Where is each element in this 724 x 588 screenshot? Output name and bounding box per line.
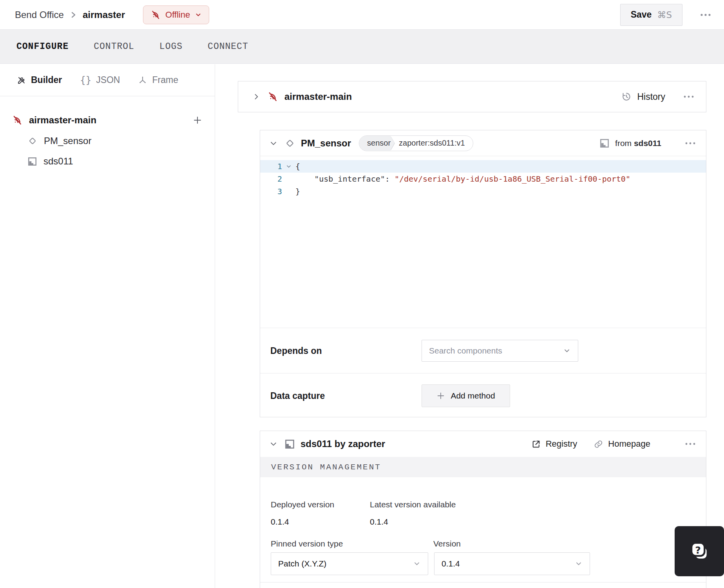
mode-frame[interactable]: Frame	[138, 75, 178, 85]
deployed-version-label: Deployed version	[271, 500, 334, 509]
module-menu-icon[interactable]	[684, 439, 697, 449]
component-type-model-pill: sensor zaporter:sds011:v1	[359, 135, 473, 151]
chevron-down-icon[interactable]	[270, 440, 277, 448]
chevron-down-icon	[413, 560, 421, 568]
code-line-2: 2 "usb_interface": "/dev/serial/by-id/us…	[260, 173, 706, 185]
component-menu-icon[interactable]	[684, 139, 697, 148]
latest-version-value: 0.1.4	[370, 517, 388, 527]
braces-icon: {}	[80, 75, 91, 86]
wifi-off-icon	[12, 115, 23, 126]
version-management-body: Deployed version Latest version availabl…	[260, 477, 706, 588]
chevron-down-icon	[563, 347, 571, 355]
homepage-link[interactable]: Homepage	[594, 439, 650, 449]
machine-status-dropdown[interactable]: Offline	[143, 5, 209, 24]
breadcrumb-chevron-icon	[70, 10, 76, 20]
history-icon	[621, 92, 632, 102]
from-prefix: from	[615, 139, 632, 148]
from-module-link[interactable]: from sds011	[615, 139, 661, 148]
chevron-down-icon	[575, 560, 583, 568]
line-number: 3	[260, 187, 282, 196]
section-divider	[260, 582, 706, 583]
code-json-string-value: "/dev/serial/by-id/usb-1a86_USB_Serial-i…	[395, 174, 630, 184]
save-label: Save	[631, 9, 652, 20]
registry-link[interactable]: Registry	[531, 439, 577, 449]
depends-on-label: Depends on	[270, 345, 322, 356]
frame-axes-icon	[138, 76, 147, 85]
breadcrumb-machine-name: airmaster	[83, 9, 125, 20]
history-label: History	[637, 92, 665, 102]
top-bar: Bend Office airmaster Offline Save ⌘S	[0, 0, 724, 29]
tree-item-pm-sensor[interactable]: PM_sensor	[0, 131, 215, 151]
history-button[interactable]: History	[621, 92, 665, 102]
machine-menu-icon[interactable]	[682, 92, 695, 101]
add-method-label: Add method	[451, 391, 495, 400]
mode-builder[interactable]: Builder	[17, 75, 62, 85]
machine-card-title: airmaster-main	[284, 91, 352, 102]
tab-control[interactable]: CONTROL	[94, 41, 134, 52]
tree-machine-label: airmaster-main	[29, 115, 96, 126]
component-diamond-icon	[284, 138, 295, 149]
config-sidebar: Builder {} JSON Frame	[0, 64, 215, 588]
chevron-down-icon[interactable]	[270, 139, 277, 147]
add-method-button[interactable]: Add method	[422, 384, 510, 407]
status-label: Offline	[165, 10, 190, 20]
component-card: PM_sensor sensor zaporter:sds011:v1 from…	[260, 130, 706, 417]
code-json-key: "usb_interface"	[295, 174, 385, 184]
pinned-version-type-label: Pinned version type	[271, 539, 343, 548]
tree-child-label: PM_sensor	[44, 135, 91, 146]
from-module-name: sds011	[634, 139, 661, 148]
tree-item-sds011[interactable]: sds011	[0, 151, 215, 171]
save-button[interactable]: Save ⌘S	[620, 4, 682, 26]
code-line-1: 1 {	[260, 160, 706, 173]
mode-json[interactable]: {} JSON	[80, 75, 120, 86]
module-card-header: sds011 by zaporter Registry Homepage	[260, 431, 706, 457]
overflow-menu-icon[interactable]	[698, 9, 713, 21]
component-model: zaporter:sds011:v1	[395, 139, 473, 148]
module-icon	[284, 439, 295, 449]
depends-on-placeholder: Search components	[429, 346, 502, 355]
pinned-version-type-select[interactable]: Patch (X.Y.Z)	[271, 552, 428, 575]
mode-builder-label: Builder	[31, 75, 62, 85]
code-text: }	[295, 187, 300, 196]
external-link-icon	[531, 439, 541, 449]
line-number: 1	[260, 162, 282, 171]
module-title: sds011 by zaporter	[300, 438, 385, 449]
mode-frame-label: Frame	[152, 75, 178, 85]
homepage-label: Homepage	[608, 439, 650, 449]
mode-json-label: JSON	[96, 75, 120, 85]
component-card-header: PM_sensor sensor zaporter:sds011:v1 from…	[260, 130, 706, 156]
help-question-icon: ?	[687, 539, 712, 564]
tree-item-machine[interactable]: airmaster-main	[0, 110, 215, 131]
data-capture-label: Data capture	[270, 390, 325, 401]
wifi-off-icon	[267, 91, 278, 102]
tab-configure[interactable]: CONFIGURE	[16, 41, 69, 52]
help-button[interactable]: ?	[675, 526, 724, 576]
tab-logs[interactable]: LOGS	[159, 41, 183, 52]
registry-label: Registry	[546, 439, 577, 449]
resource-tree: airmaster-main PM_sensor sds011	[0, 96, 215, 171]
code-text: {	[295, 162, 300, 171]
deployed-version-value: 0.1.4	[271, 517, 289, 527]
line-number: 2	[260, 174, 282, 184]
data-capture-row: Data capture Add method	[260, 373, 706, 418]
component-type: sensor	[359, 136, 395, 151]
component-title: PM_sensor	[301, 138, 351, 149]
code-line-3: 3 }	[260, 185, 706, 198]
chevron-right-icon[interactable]	[252, 93, 260, 101]
add-resource-icon[interactable]	[190, 113, 205, 127]
fold-chevron-icon[interactable]	[282, 164, 295, 169]
plus-icon	[436, 391, 445, 400]
tree-child-label: sds011	[43, 156, 73, 167]
breadcrumb-location[interactable]: Bend Office	[15, 9, 64, 20]
code-separator: :	[385, 174, 395, 184]
machine-card-header: airmaster-main History	[238, 81, 706, 112]
module-icon	[27, 157, 37, 166]
tools-icon	[17, 76, 26, 85]
tab-connect[interactable]: CONNECT	[208, 41, 248, 52]
attributes-json-editor[interactable]: 1 { 2 "usb_interface": "/dev/serial/by-i…	[260, 156, 706, 328]
component-diamond-icon	[27, 136, 38, 146]
chevron-down-icon	[195, 11, 202, 18]
depends-on-select[interactable]: Search components	[422, 340, 578, 362]
version-select[interactable]: 0.1.4	[434, 552, 590, 575]
version-management-section-title: VERSION MANAGEMENT	[260, 457, 706, 477]
